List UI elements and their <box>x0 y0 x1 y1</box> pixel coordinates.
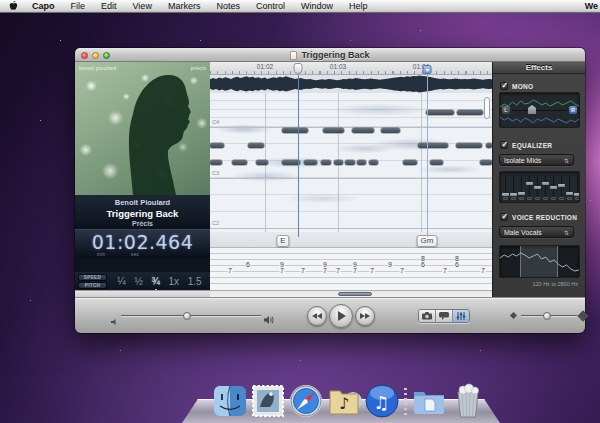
title-bar[interactable]: Triggering Back <box>75 48 585 62</box>
voice-preset-dropdown[interactable]: Male Vocals ⇅ <box>499 226 574 238</box>
pitch-toggle-button[interactable]: PITCH <box>78 282 107 289</box>
note-bar[interactable] <box>210 160 222 165</box>
note-bar[interactable] <box>248 143 264 148</box>
finder-icon[interactable] <box>212 383 248 419</box>
play-button[interactable] <box>329 304 353 328</box>
rewind-button[interactable] <box>307 306 327 326</box>
tab-fret-number[interactable]: 9 <box>388 261 393 268</box>
eq-slider-handle[interactable] <box>566 192 573 195</box>
note-bar[interactable] <box>403 160 417 165</box>
menu-item-markers[interactable]: Markers <box>160 1 209 11</box>
spectrogram[interactable]: C4C3C2 <box>210 93 492 232</box>
tab-fret-number[interactable]: 7 <box>323 267 328 274</box>
menu-item-notes[interactable]: Notes <box>208 1 248 11</box>
effects-drawer-button[interactable] <box>452 310 469 322</box>
tab-fret-number[interactable]: 7 <box>353 267 358 274</box>
vertical-scrollbar[interactable] <box>484 97 490 119</box>
eq-slider-handle[interactable] <box>502 193 509 196</box>
speed-option-1.5[interactable]: 1.5 <box>188 276 202 287</box>
mono-checkbox[interactable] <box>500 82 508 90</box>
menu-item-window[interactable]: Window <box>293 1 341 11</box>
note-bar[interactable] <box>418 143 448 148</box>
zoom-out-icon[interactable] <box>510 312 517 319</box>
note-bar[interactable] <box>456 143 482 148</box>
waveform-strip[interactable] <box>210 75 492 93</box>
volume-slider-track[interactable] <box>121 315 261 316</box>
note-bar[interactable] <box>282 128 308 133</box>
tab-fret-number[interactable]: 7 <box>228 267 233 274</box>
note-bar[interactable] <box>381 128 400 133</box>
menu-item-help[interactable]: Help <box>341 1 376 11</box>
note-bar[interactable] <box>457 110 483 115</box>
scrollbar-thumb[interactable] <box>338 292 372 296</box>
safari-icon[interactable] <box>288 383 324 419</box>
trash-icon[interactable] <box>449 383 487 419</box>
menu-item-file[interactable]: File <box>63 1 94 11</box>
eq-slider-track[interactable] <box>529 175 530 198</box>
chord-badge-E[interactable]: E <box>276 235 289 247</box>
fast-forward-button[interactable] <box>355 306 375 326</box>
speed-toggle-button[interactable]: SPEED <box>78 274 107 281</box>
tab-fret-number[interactable]: 7 <box>400 267 405 274</box>
tab-fret-number[interactable]: 6 <box>455 261 460 268</box>
mono-slider-track[interactable] <box>512 110 567 111</box>
notes-button[interactable] <box>435 310 452 322</box>
eq-slider-handle[interactable] <box>574 193 580 196</box>
tab-fret-number[interactable]: 6 <box>421 261 426 268</box>
mono-right-button[interactable]: R <box>569 106 577 114</box>
eq-sliders[interactable] <box>499 171 580 203</box>
mono-visualizer[interactable]: L R <box>499 92 580 128</box>
eq-slider-handle[interactable] <box>558 184 565 187</box>
voice-reduction-visualizer[interactable] <box>499 245 580 278</box>
timeline-ruler[interactable]: 01:0201:0301:04 <box>210 62 492 75</box>
tab-fret-number[interactable]: 7 <box>301 267 306 274</box>
note-bar[interactable] <box>352 128 374 133</box>
eq-slider-track[interactable] <box>545 175 546 198</box>
menu-item-view[interactable]: View <box>125 1 160 11</box>
marker-flag[interactable] <box>423 65 432 74</box>
note-bar[interactable] <box>232 160 247 165</box>
apple-menu-icon[interactable] <box>9 1 18 12</box>
speed-option-¾[interactable]: ¾ <box>151 276 159 287</box>
snapshot-button[interactable] <box>419 310 435 322</box>
equalizer-checkbox[interactable] <box>500 141 508 149</box>
note-bar[interactable] <box>321 160 331 165</box>
tab-fret-number[interactable]: 7 <box>370 267 375 274</box>
menu-item-control[interactable]: Control <box>248 1 293 11</box>
note-bar[interactable] <box>345 160 355 165</box>
zoom-in-icon[interactable] <box>577 310 588 321</box>
menu-clock[interactable]: We <box>585 1 600 11</box>
tab-fret-number[interactable]: 6 <box>246 261 251 268</box>
volume-slider-thumb[interactable] <box>183 312 191 320</box>
note-bar[interactable] <box>256 160 268 165</box>
horizontal-scrollbar[interactable] <box>210 290 492 297</box>
zoom-slider-thumb[interactable] <box>543 312 551 320</box>
speed-option-½[interactable]: ½ <box>134 276 142 287</box>
speed-option-¼[interactable]: ¼ <box>117 276 125 287</box>
tab-fret-number[interactable]: 7 <box>443 267 448 274</box>
menu-item-capo[interactable]: Capo <box>24 1 63 11</box>
tablature[interactable]: 7697797797797867867 <box>210 248 492 290</box>
note-bar[interactable] <box>210 143 224 148</box>
speed-option-1x[interactable]: 1x <box>168 276 179 287</box>
note-bar[interactable] <box>430 160 443 165</box>
playhead-handle[interactable] <box>294 63 303 74</box>
eq-slider-handle[interactable] <box>534 186 541 189</box>
eq-slider-handle[interactable] <box>518 192 525 195</box>
documents-folder-icon[interactable] <box>411 383 447 419</box>
note-bar[interactable] <box>334 160 343 165</box>
voice-reduction-checkbox[interactable] <box>500 213 508 221</box>
capo-dock-icon[interactable]: ♪ <box>326 383 362 419</box>
eq-preset-dropdown[interactable]: Isolate Mids ⇅ <box>499 154 574 166</box>
note-bar[interactable] <box>480 160 492 165</box>
mail-icon[interactable] <box>250 383 286 419</box>
mono-left-button[interactable]: L <box>502 106 510 114</box>
note-bar[interactable] <box>426 110 454 115</box>
note-bar[interactable] <box>304 160 317 165</box>
note-bar[interactable] <box>357 160 366 165</box>
tab-fret-number[interactable]: 7 <box>336 267 341 274</box>
eq-slider-handle[interactable] <box>510 193 517 196</box>
menu-item-edit[interactable]: Edit <box>93 1 125 11</box>
itunes-icon[interactable]: ♫ <box>364 383 400 419</box>
note-bar[interactable] <box>369 160 378 165</box>
